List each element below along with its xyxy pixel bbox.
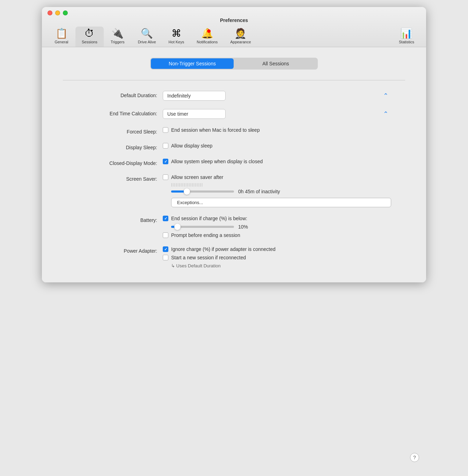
- battery-slider-thumb[interactable]: [174, 224, 181, 230]
- closed-display-label: Closed-Display Mode:: [77, 159, 157, 166]
- closed-display-checkbox-row: Allow system sleep when display is close…: [163, 159, 391, 164]
- battery-slider-track[interactable]: [171, 226, 234, 228]
- battery-label: Battery:: [77, 216, 157, 223]
- toolbar-item-drive-alive[interactable]: 🔍 Drive Alive: [132, 27, 162, 47]
- display-sleep-row: Display Sleep: Allow display sleep: [77, 143, 391, 150]
- default-duration-row: Default Duration: Indefinitely 1 hour 2 …: [77, 91, 391, 101]
- power-adapter-checkbox1-row: Ignore charge (%) if power adapter is co…: [163, 246, 391, 252]
- battery-slider-row: 10%: [171, 224, 391, 230]
- segment-control: Non-Trigger Sessions All Sessions: [63, 58, 405, 70]
- toolbar-item-notifications[interactable]: 🔔 Notifications: [190, 27, 224, 47]
- exceptions-button[interactable]: Exceptions...: [171, 198, 391, 207]
- help-button[interactable]: ?: [410, 453, 419, 462]
- battery-checkbox-label: End session if charge (%) is below:: [171, 216, 247, 221]
- screen-saver-slider-area: |||||||||||||||||||| 0h 45m of inactivit…: [163, 183, 391, 207]
- battery-prompt-checkbox[interactable]: [163, 232, 168, 238]
- screen-saver-label: Screen Saver:: [77, 174, 157, 182]
- window-controls: [47, 10, 68, 15]
- screen-saver-slider-row: 0h 45m of inactivity: [171, 189, 391, 194]
- forced-sleep-checkbox-label: End session when Mac is forced to sleep: [171, 127, 260, 133]
- segment-all-sessions[interactable]: All Sessions: [234, 58, 317, 69]
- screen-saver-checkbox-label: Allow screen saver after: [171, 174, 223, 180]
- drive-alive-label: Drive Alive: [138, 40, 156, 44]
- toolbar-item-appearance[interactable]: 🤵 Appearance: [224, 27, 257, 47]
- power-adapter-row: Power Adapter: Ignore charge (%) if powe…: [77, 246, 391, 268]
- toolbar-item-statistics[interactable]: 📊 Statistics: [393, 27, 421, 47]
- end-time-select-wrap: Use timer Use clock ⌃: [163, 109, 391, 119]
- toolbar-item-hot-keys[interactable]: ⌘ Hot Keys: [162, 27, 191, 47]
- toolbar-item-triggers[interactable]: 🔌 Triggers: [104, 27, 132, 47]
- end-time-label: End Time Calculation:: [77, 109, 157, 116]
- closed-display-checkbox[interactable]: [163, 159, 168, 164]
- display-sleep-label: Display Sleep:: [77, 143, 157, 150]
- forced-sleep-label: Forced Sleep:: [77, 127, 157, 135]
- screen-saver-slider-track[interactable]: [171, 190, 234, 193]
- screen-saver-checkbox-row: Allow screen saver after: [163, 174, 391, 180]
- battery-prompt-row: Prompt before ending a session: [163, 232, 391, 238]
- sessions-icon: ⏱: [85, 28, 94, 39]
- display-sleep-checkbox-row: Allow display sleep: [163, 143, 391, 149]
- screen-saver-slider-thumb[interactable]: [184, 188, 190, 195]
- notifications-icon: 🔔: [201, 28, 213, 39]
- toolbar: 📋 General ⏱ Sessions 🔌 Triggers 🔍: [47, 27, 421, 47]
- end-time-select[interactable]: Use timer Use clock: [163, 109, 226, 119]
- screen-saver-ticks: ||||||||||||||||||||: [171, 183, 391, 187]
- segment-non-trigger[interactable]: Non-Trigger Sessions: [151, 58, 234, 69]
- display-sleep-checkbox[interactable]: [163, 143, 168, 149]
- power-adapter-indent-note: ↳ Uses Default Duration: [163, 263, 391, 268]
- power-adapter-control: Ignore charge (%) if power adapter is co…: [163, 246, 391, 268]
- form-section: Default Duration: Indefinitely 1 hour 2 …: [77, 91, 391, 268]
- power-adapter-label: Power Adapter:: [77, 246, 157, 254]
- notifications-label: Notifications: [197, 40, 218, 44]
- battery-checkbox-row: End session if charge (%) is below:: [163, 216, 391, 221]
- end-time-row: End Time Calculation: Use timer Use cloc…: [77, 109, 391, 119]
- hot-keys-icon: ⌘: [171, 28, 181, 39]
- power-adapter-checkbox1-label: Ignore charge (%) if power adapter is co…: [171, 246, 276, 252]
- statistics-label: Statistics: [399, 40, 414, 44]
- sessions-label: Sessions: [82, 40, 97, 44]
- window-title: Preferences: [220, 17, 248, 23]
- closed-display-control: Allow system sleep when display is close…: [163, 159, 391, 164]
- battery-slider-area: 10%: [163, 224, 391, 230]
- forced-sleep-control: End session when Mac is forced to sleep: [163, 127, 391, 133]
- power-adapter-checkbox2[interactable]: [163, 255, 168, 260]
- display-sleep-checkbox-label: Allow display sleep: [171, 143, 212, 149]
- closed-display-checkbox-label: Allow system sleep when display is close…: [171, 159, 263, 164]
- drive-alive-icon: 🔍: [141, 28, 153, 39]
- screen-saver-control: Allow screen saver after |||||||||||||||…: [163, 174, 391, 207]
- battery-checkbox[interactable]: [163, 216, 168, 221]
- default-duration-select[interactable]: Indefinitely 1 hour 2 hours 4 hours 8 ho…: [163, 91, 226, 101]
- notifications-badge: [207, 29, 211, 33]
- end-time-control: Use timer Use clock ⌃: [163, 109, 391, 119]
- statistics-icon: 📊: [400, 28, 412, 39]
- appearance-label: Appearance: [230, 40, 251, 44]
- hot-keys-label: Hot Keys: [169, 40, 184, 44]
- close-button[interactable]: [47, 10, 52, 15]
- triggers-icon: 🔌: [111, 28, 124, 39]
- battery-control: End session if charge (%) is below: 10%: [163, 216, 391, 238]
- screen-saver-checkbox[interactable]: [163, 174, 168, 180]
- screen-saver-row: Screen Saver: Allow screen saver after |…: [77, 174, 391, 207]
- power-adapter-checkbox1[interactable]: [163, 246, 168, 252]
- default-duration-select-wrap: Indefinitely 1 hour 2 hours 4 hours 8 ho…: [163, 91, 391, 101]
- appearance-icon: 🤵: [234, 28, 247, 39]
- end-time-arrow: ⌃: [383, 111, 388, 117]
- toolbar-item-general[interactable]: 📋 General: [47, 27, 75, 47]
- default-duration-control: Indefinitely 1 hour 2 hours 4 hours 8 ho…: [163, 91, 391, 101]
- forced-sleep-row: Forced Sleep: End session when Mac is fo…: [77, 127, 391, 135]
- segment-wrapper: Non-Trigger Sessions All Sessions: [150, 58, 318, 70]
- power-adapter-checkbox2-row: Start a new session if reconnected: [163, 255, 391, 260]
- triggers-label: Triggers: [111, 40, 125, 44]
- battery-row: Battery: End session if charge (%) is be…: [77, 216, 391, 238]
- maximize-button[interactable]: [63, 10, 68, 15]
- general-label: General: [54, 40, 68, 44]
- minimize-button[interactable]: [55, 10, 60, 15]
- display-sleep-control: Allow display sleep: [163, 143, 391, 149]
- toolbar-item-sessions[interactable]: ⏱ Sessions: [75, 27, 104, 47]
- forced-sleep-checkbox-row: End session when Mac is forced to sleep: [163, 127, 391, 133]
- preferences-window: Preferences 📋 General ⏱ Sessions 🔌 Trigg…: [42, 7, 426, 282]
- power-adapter-checkbox2-label: Start a new session if reconnected: [171, 255, 246, 260]
- closed-display-row: Closed-Display Mode: Allow system sleep …: [77, 159, 391, 166]
- divider: [63, 80, 405, 80]
- forced-sleep-checkbox[interactable]: [163, 127, 168, 133]
